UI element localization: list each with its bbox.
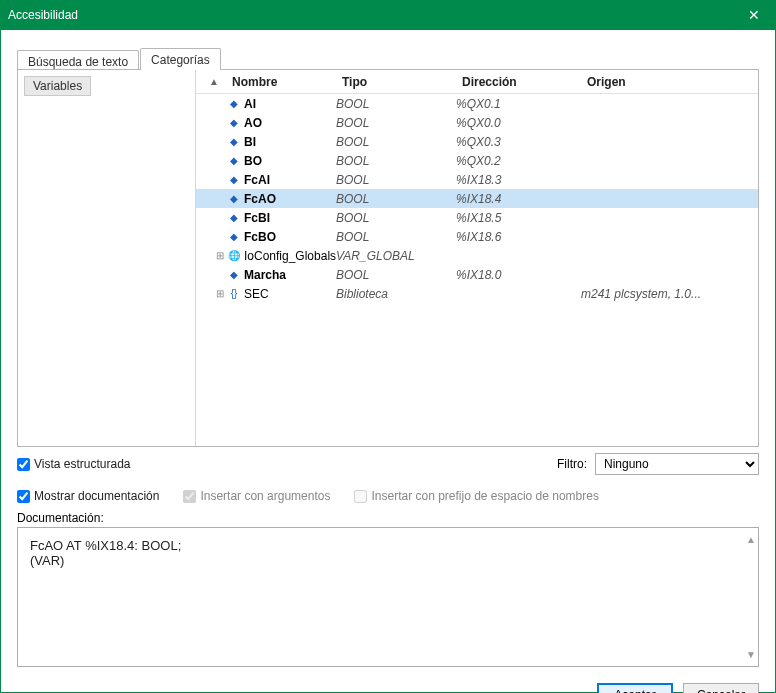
tab-strip: Búsqueda de texto Categorías xyxy=(17,46,759,70)
table-row[interactable]: ⊞{}SECBibliotecam241 plcsystem, 1.0... xyxy=(196,284,758,303)
cell-name: BI xyxy=(242,135,336,149)
cell-name: AO xyxy=(242,116,336,130)
table-row[interactable]: ◆AIBOOL%QX0.1 xyxy=(196,94,758,113)
cell-type: BOOL xyxy=(336,97,456,111)
cell-type: BOOL xyxy=(336,230,456,244)
cell-name: FcAI xyxy=(242,173,336,187)
dialog-buttons: Aceptar Cancelar xyxy=(17,683,759,693)
table-row[interactable]: ◆BOBOOL%QX0.2 xyxy=(196,151,758,170)
scroll-up-icon[interactable]: ▲ xyxy=(746,534,756,545)
cell-type: BOOL xyxy=(336,154,456,168)
list-header: ▲ Nombre Tipo Dirección Origen xyxy=(196,70,758,94)
titlebar: Accesibilidad ✕ xyxy=(0,0,776,30)
window-title: Accesibilidad xyxy=(8,8,740,22)
cell-direction: %QX0.3 xyxy=(456,135,581,149)
variable-list: ▲ Nombre Tipo Dirección Origen ◆AIBOOL%Q… xyxy=(196,70,758,446)
scroll-down-icon[interactable]: ▼ xyxy=(746,649,756,660)
filter-select[interactable]: Ninguno xyxy=(595,453,759,475)
cell-type: BOOL xyxy=(336,211,456,225)
variable-icon: ◆ xyxy=(226,193,242,204)
below-panel: Vista estructurada Filtro: Ninguno xyxy=(17,453,759,475)
documentation-text: FcAO AT %IX18.4: BOOL; (VAR) xyxy=(30,538,181,568)
cell-name: AI xyxy=(242,97,336,111)
cell-name: SEC xyxy=(242,287,336,301)
variable-icon: {} xyxy=(226,288,242,299)
expand-icon[interactable]: ⊞ xyxy=(196,288,226,299)
cell-type: VAR_GLOBAL xyxy=(336,249,456,263)
cell-type: Biblioteca xyxy=(336,287,456,301)
variable-icon: 🌐 xyxy=(226,250,242,261)
table-row[interactable]: ◆FcBIBOOL%IX18.5 xyxy=(196,208,758,227)
table-row[interactable]: ◆FcAOBOOL%IX18.4 xyxy=(196,189,758,208)
show-documentation-input[interactable] xyxy=(17,490,30,503)
insert-with-arguments-label: Insertar con argumentos xyxy=(200,489,330,503)
ok-button[interactable]: Aceptar xyxy=(597,683,673,693)
cell-direction: %IX18.3 xyxy=(456,173,581,187)
cell-origin: m241 plcsystem, 1.0... xyxy=(581,287,758,301)
cell-type: BOOL xyxy=(336,192,456,206)
cancel-button[interactable]: Cancelar xyxy=(683,683,759,693)
cell-name: Marcha xyxy=(242,268,336,282)
variable-icon: ◆ xyxy=(226,231,242,242)
structured-view-input[interactable] xyxy=(17,458,30,471)
cell-direction: %IX18.4 xyxy=(456,192,581,206)
tab-panel-categories: Variables ▲ Nombre Tipo Dirección Origen… xyxy=(17,69,759,447)
tree-node-variables[interactable]: Variables xyxy=(24,76,91,96)
insert-with-arguments-checkbox: Insertar con argumentos xyxy=(183,489,330,503)
table-row[interactable]: ⊞🌐IoConfig_GlobalsVAR_GLOBAL xyxy=(196,246,758,265)
tab-categories[interactable]: Categorías xyxy=(140,48,221,70)
variable-icon: ◆ xyxy=(226,174,242,185)
cell-name: IoConfig_Globals xyxy=(242,249,336,263)
list-rows: ◆AIBOOL%QX0.1◆AOBOOL%QX0.0◆BIBOOL%QX0.3◆… xyxy=(196,94,758,446)
table-row[interactable]: ◆AOBOOL%QX0.0 xyxy=(196,113,758,132)
variable-icon: ◆ xyxy=(226,212,242,223)
cell-direction: %QX0.0 xyxy=(456,116,581,130)
cell-name: FcAO xyxy=(242,192,336,206)
column-header-direction[interactable]: Dirección xyxy=(456,70,581,93)
category-tree[interactable]: Variables xyxy=(18,70,196,446)
cell-type: BOOL xyxy=(336,173,456,187)
cell-direction: %QX0.2 xyxy=(456,154,581,168)
insert-with-prefix-checkbox: Insertar con prefijo de espacio de nombr… xyxy=(354,489,598,503)
table-row[interactable]: ◆FcBOBOOL%IX18.6 xyxy=(196,227,758,246)
structured-view-checkbox[interactable]: Vista estructurada xyxy=(17,457,131,471)
cell-name: BO xyxy=(242,154,336,168)
cell-name: FcBI xyxy=(242,211,336,225)
filter-row: Filtro: Ninguno xyxy=(557,453,759,475)
table-row[interactable]: ◆MarchaBOOL%IX18.0 xyxy=(196,265,758,284)
column-header-origin[interactable]: Origen xyxy=(581,70,758,93)
column-header-type[interactable]: Tipo xyxy=(336,70,456,93)
insert-with-arguments-input xyxy=(183,490,196,503)
close-icon[interactable]: ✕ xyxy=(740,7,768,23)
expand-icon[interactable]: ⊞ xyxy=(196,250,226,261)
insert-with-prefix-input xyxy=(354,490,367,503)
doc-options-row: Mostrar documentación Insertar con argum… xyxy=(17,489,759,503)
variable-icon: ◆ xyxy=(226,98,242,109)
documentation-area[interactable]: FcAO AT %IX18.4: BOOL; (VAR)▲▼ xyxy=(17,527,759,667)
sort-arrow-icon[interactable]: ▲ xyxy=(196,70,226,93)
cell-direction: %QX0.1 xyxy=(456,97,581,111)
cell-type: BOOL xyxy=(336,116,456,130)
filter-label: Filtro: xyxy=(557,457,587,471)
cell-direction: %IX18.5 xyxy=(456,211,581,225)
variable-icon: ◆ xyxy=(226,155,242,166)
structured-view-label: Vista estructurada xyxy=(34,457,131,471)
variable-icon: ◆ xyxy=(226,269,242,280)
documentation-label: Documentación: xyxy=(17,511,759,525)
show-documentation-checkbox[interactable]: Mostrar documentación xyxy=(17,489,159,503)
cell-direction: %IX18.0 xyxy=(456,268,581,282)
dialog-body: Búsqueda de texto Categorías Variables ▲… xyxy=(0,30,776,693)
cell-name: FcBO xyxy=(242,230,336,244)
column-header-name[interactable]: Nombre xyxy=(226,70,336,93)
show-documentation-label: Mostrar documentación xyxy=(34,489,159,503)
variable-icon: ◆ xyxy=(226,136,242,147)
table-row[interactable]: ◆FcAIBOOL%IX18.3 xyxy=(196,170,758,189)
cell-type: BOOL xyxy=(336,135,456,149)
cell-type: BOOL xyxy=(336,268,456,282)
cell-direction: %IX18.6 xyxy=(456,230,581,244)
variable-icon: ◆ xyxy=(226,117,242,128)
insert-with-prefix-label: Insertar con prefijo de espacio de nombr… xyxy=(371,489,598,503)
table-row[interactable]: ◆BIBOOL%QX0.3 xyxy=(196,132,758,151)
